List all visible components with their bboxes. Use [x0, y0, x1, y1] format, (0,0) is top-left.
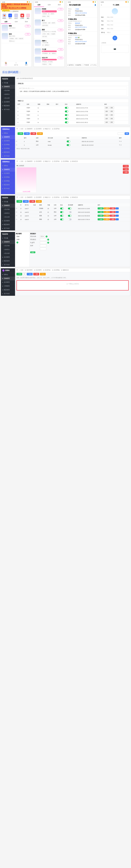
row-action[interactable]: 编辑 [104, 121, 109, 123]
sidebar-subitem[interactable]: • 店员分类 [1, 215, 15, 219]
text-input[interactable]: 请输入年龄 [107, 20, 129, 22]
sidebar-subitem[interactable]: • 店员列表 [1, 244, 15, 248]
user-card[interactable]: 栗栗主连麦 也可以刀刀给游戏女帝韵栖颜王者酸菜知己弟弟+ 关注 [34, 28, 64, 39]
tab[interactable]: ⌂ 主页 [19, 269, 24, 271]
sidebar-item[interactable]: ▸ 仪表盘 [1, 81, 15, 85]
editor-tool[interactable]: I [25, 88, 25, 89]
tab[interactable]: ◫ 快捷入口 [43, 160, 50, 162]
sidebar-item[interactable]: ▸ 关于作者 [1, 154, 15, 158]
sidebar-subitem[interactable]: • 店员分类 [1, 252, 15, 255]
toggle-switch[interactable] [65, 111, 69, 112]
sidebar-item[interactable]: ▸ 店员管理 [1, 280, 15, 284]
tab[interactable]: 女神 [11, 20, 21, 24]
preview-action[interactable]: ⟳ 更换 [123, 165, 129, 167]
checkbox[interactable]: ☐ [15, 210, 19, 214]
sidebar-item[interactable]: ▸ 配置管理 [1, 223, 15, 227]
toolbar-button[interactable]: ✎ 修改 [24, 132, 30, 135]
row-action[interactable]: 删除 [110, 121, 114, 123]
sidebar-item[interactable]: ▸ 仪表盘 [1, 200, 15, 204]
footer-link[interactable]: ♙ 个人中心 [89, 64, 97, 67]
footer-link[interactable]: ⊕ 返回首页 [67, 64, 74, 67]
sidebar-item[interactable]: ▸ 配置管理 [1, 183, 15, 187]
row-action[interactable]: 删除 [110, 114, 114, 116]
sidebar-item[interactable]: ▸ 关于作者 [1, 292, 15, 296]
toggle-switch[interactable] [60, 215, 64, 217]
close-icon[interactable]: ✕ [101, 4, 102, 6]
sidebar-item[interactable]: ▸ 店员管理 [1, 255, 15, 259]
checkbox[interactable]: ☐ [15, 218, 19, 221]
sidebar-item[interactable]: ▸ 关于作者 [1, 187, 15, 191]
quick-link[interactable]: 🦊和新旬 [2, 13, 6, 19]
bottom-nav-item[interactable]: ♡我下单 [11, 61, 21, 67]
follow-button[interactable]: + 关注 [25, 25, 31, 27]
text-input[interactable]: 请输入昵称 [107, 17, 129, 18]
preview-action[interactable]: ✕ 删除 [123, 171, 129, 174]
sidebar-item[interactable]: ▸ 店员审核 [1, 179, 15, 183]
tab[interactable]: ◫ 店员管理 [34, 196, 42, 198]
row-action[interactable]: ⊘ 禁用 [104, 218, 110, 220]
toolbar-button[interactable]: ✕ 删除 [33, 273, 39, 275]
text-input[interactable]: 请输入 [107, 32, 129, 33]
tab[interactable]: ◫ 添加店员 [70, 196, 78, 198]
menu-toggle-icon[interactable]: ☰ [16, 160, 18, 162]
quick-link[interactable]: ▣王来停 [20, 13, 24, 19]
wysiwyg-editor[interactable]: HFTBIA≡⎘⤺⤻— 业务：虚拟恋人 语音连麦 陪玩游戏 连麦哄睡\n支付聊天… [18, 87, 127, 95]
sidebar-item[interactable]: ▸ 店铺管理 [1, 240, 15, 244]
row-action[interactable]: ✕ 删除 [110, 215, 116, 217]
sidebar-item[interactable]: ▸ 店员审核 [1, 147, 15, 151]
row-action[interactable]: ✎ 编辑 [98, 218, 103, 220]
sidebar-item[interactable]: ▸ 关于作者 [1, 227, 15, 230]
follow-button[interactable]: + 关注 [58, 40, 63, 42]
tab[interactable]: ◫ 店员审核 [61, 160, 69, 162]
user-card[interactable]: 不过曹¥25声音暖暖的暖氛围鬼才+ 关注 [34, 48, 64, 56]
sidebar-item[interactable]: ▸ 店铺管理 [1, 277, 15, 280]
text-input[interactable] [40, 245, 46, 247]
quick-link[interactable]: L阿泪 [8, 13, 12, 19]
sidebar-item[interactable]: ▸ 控制台 [1, 131, 15, 135]
sidebar-subitem[interactable]: • 添加店员 [1, 93, 15, 96]
footer-link[interactable]: ⇩ 下单联系 [82, 64, 89, 67]
row-action[interactable]: 删除 [110, 118, 114, 120]
tab[interactable]: ◫ 店员审核 [61, 196, 69, 198]
sidebar-item[interactable]: ▸ 店员管理 [1, 219, 15, 223]
tab[interactable]: ◫ 店员管理 [34, 128, 42, 130]
toggle-switch[interactable] [68, 208, 72, 209]
text-input[interactable]: 请输入报价 [107, 28, 129, 30]
follow-button[interactable]: + 关注 [58, 57, 63, 59]
user-card[interactable]: 阿猫猫¥20起可爱捏萌甜甜甜音甜甜软明快+ 关注 [34, 7, 64, 19]
row-action[interactable]: 编辑 [104, 114, 109, 116]
footer-link[interactable]: ✉ 客服帮助 [74, 64, 82, 67]
category-node[interactable]: 男神 [16, 235, 29, 238]
sidebar-subitem[interactable]: • 店员列表 [1, 208, 15, 211]
tab[interactable]: ◫ 店员列表 [52, 128, 59, 130]
editor-tool[interactable]: A [26, 88, 27, 89]
editor-tool[interactable]: ≡ [27, 88, 28, 89]
sidebar-item[interactable]: ▸ 控制台 [1, 164, 15, 168]
sidebar-item[interactable]: ▸ 配置管理 [1, 151, 15, 154]
tab[interactable]: ⌂ 主页 [19, 128, 24, 130]
sidebar-item[interactable]: ▸ 店铺管理 [1, 168, 15, 172]
tab[interactable]: ◫ 首页管理 [25, 269, 33, 271]
follow-button[interactable]: + 关注 [58, 8, 63, 10]
row-action[interactable]: 编辑 [104, 106, 109, 109]
row-action[interactable]: ⋯ [116, 215, 119, 217]
row-action[interactable]: ✎ ✕ [118, 143, 130, 147]
user-card[interactable]: 颗颗女孩可爱捏~+ 关注 [1, 24, 32, 32]
sidebar-subitem[interactable]: • 店员列表 [1, 89, 15, 93]
back-icon[interactable]: ‹ [68, 4, 68, 6]
menu-toggle-icon[interactable]: ☰ [16, 196, 18, 198]
sidebar-item[interactable]: ▸ 配置管理 [1, 104, 15, 108]
toggle-switch[interactable] [65, 121, 69, 123]
text-input[interactable] [40, 238, 46, 241]
checkbox[interactable]: ☐ [15, 207, 19, 210]
save-button[interactable]: 保存 [30, 251, 35, 253]
search-input[interactable] [118, 132, 124, 135]
toolbar-button[interactable]: ⟳ 移入 [40, 273, 46, 275]
editor-tool[interactable]: ⤻ [31, 88, 33, 89]
toggle-switch[interactable] [68, 215, 72, 217]
user-card[interactable]: 蓝儿温柔御姐温柔甜甜音甜系可爱捏+ 关注 [34, 19, 64, 28]
row-action[interactable]: ⊘ 禁用 [104, 211, 110, 213]
add-icon[interactable]: + [47, 239, 49, 241]
quick-link[interactable]: ♡罐总 [26, 13, 30, 19]
artwork-preview[interactable]: 点点的立绘图 [16, 167, 36, 193]
